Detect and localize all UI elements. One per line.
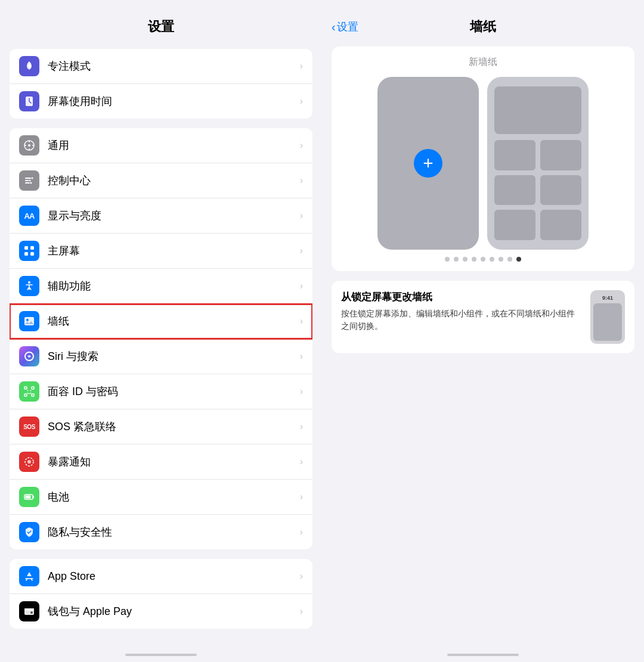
settings-panel: 设置 专注模式 › 屏幕使用时间 ›: [0, 0, 322, 662]
wallpaper-add-preview[interactable]: +: [377, 77, 479, 250]
svg-rect-15: [24, 252, 28, 256]
focus-icon: [19, 56, 39, 76]
sidebar-item-wallpaper[interactable]: 墙纸 ›: [10, 304, 312, 339]
sidebar-item-focus[interactable]: 专注模式 ›: [10, 49, 312, 84]
dot-8: [507, 257, 512, 262]
sidebar-item-general[interactable]: 通用 ›: [10, 128, 312, 163]
sidebar-item-siri[interactable]: Siri 与搜索 ›: [10, 339, 312, 374]
general-label: 通用: [48, 138, 296, 153]
phone-thumb-body: [593, 303, 622, 341]
svg-point-19: [26, 319, 29, 321]
svg-rect-23: [24, 394, 27, 396]
general-icon: [19, 135, 39, 156]
sos-chevron: ›: [300, 421, 303, 432]
phone-thumb-time: 9:41: [602, 295, 613, 301]
svg-rect-22: [32, 387, 34, 389]
exposure-label: 暴露通知: [48, 455, 296, 469]
sidebar-item-faceid[interactable]: 面容 ID 与密码 ›: [10, 374, 312, 409]
grid-cell-6: [540, 210, 581, 240]
back-chevron-icon: ‹: [332, 20, 336, 34]
phone-thumbnail: 9:41: [590, 290, 625, 344]
accessibility-label: 辅助功能: [48, 279, 296, 293]
exposure-icon: [19, 452, 39, 472]
focus-chevron: ›: [300, 61, 303, 72]
plus-icon: +: [423, 153, 434, 173]
sidebar-item-wallet[interactable]: 钱包与 Apple Pay ›: [10, 594, 312, 629]
settings-group-2: 通用 › 控制中心 › AA 显示与亮度 ›: [10, 128, 312, 549]
control-chevron: ›: [300, 175, 303, 186]
svg-point-17: [28, 281, 30, 284]
dot-1: [445, 257, 450, 262]
grid-cell-2: [540, 140, 581, 170]
sidebar-item-battery[interactable]: 电池 ›: [10, 480, 312, 515]
dot-7: [499, 257, 503, 262]
dot-3: [463, 257, 467, 262]
wallpaper-detail-panel: ‹ 设置 墙纸 新墙纸 +: [322, 0, 644, 662]
faceid-label: 面容 ID 与密码: [48, 384, 296, 399]
screen-time-chevron: ›: [300, 96, 303, 107]
battery-chevron: ›: [300, 492, 303, 502]
dot-4: [472, 257, 476, 262]
home-chevron: ›: [300, 245, 303, 256]
general-chevron: ›: [300, 140, 303, 151]
svg-point-26: [30, 390, 32, 391]
back-label: 设置: [337, 20, 358, 34]
right-header: ‹ 设置 墙纸: [322, 0, 644, 42]
back-button[interactable]: ‹ 设置: [332, 20, 358, 34]
svg-point-25: [27, 390, 29, 391]
appstore-chevron: ›: [300, 571, 303, 582]
grid-cell-3: [494, 175, 535, 206]
accessibility-chevron: ›: [300, 281, 303, 291]
siri-label: Siri 与搜索: [48, 349, 296, 363]
svg-rect-21: [24, 387, 27, 389]
faceid-chevron: ›: [300, 386, 303, 397]
privacy-chevron: ›: [300, 527, 303, 537]
wallet-icon: [19, 601, 39, 621]
control-icon: [19, 170, 39, 191]
sidebar-item-accessibility[interactable]: 辅助功能 ›: [10, 269, 312, 304]
info-card-desc: 按住锁定屏幕添加、编辑墙纸和小组件，或在不同墙纸和小组件之间切换。: [341, 307, 582, 332]
display-label: 显示与亮度: [48, 209, 296, 223]
home-icon: [19, 241, 39, 261]
wallpaper-preview-top: [494, 86, 581, 134]
exposure-chevron: ›: [300, 456, 303, 467]
sidebar-item-exposure[interactable]: 暴露通知 ›: [10, 445, 312, 480]
focus-label: 专注模式: [48, 59, 296, 73]
wallpaper-current-preview[interactable]: [487, 77, 589, 250]
svg-rect-13: [24, 246, 28, 250]
siri-icon: [19, 346, 39, 366]
add-wallpaper-button[interactable]: +: [414, 149, 442, 178]
svg-rect-30: [33, 496, 34, 498]
grid-cell-1: [494, 140, 535, 170]
battery-label: 电池: [48, 490, 296, 504]
settings-title: 设置: [0, 0, 322, 44]
svg-point-11: [29, 179, 31, 182]
wallet-label: 钱包与 Apple Pay: [48, 604, 296, 619]
control-label: 控制中心: [48, 173, 296, 188]
battery-icon: [19, 487, 39, 507]
svg-point-10: [31, 177, 33, 179]
svg-point-34: [30, 611, 33, 614]
sidebar-item-privacy[interactable]: 隐私与安全性 ›: [10, 515, 312, 549]
appstore-label: App Store: [48, 570, 296, 583]
sos-icon: SOS: [19, 417, 39, 437]
appstore-icon: [19, 566, 39, 586]
sidebar-item-appstore[interactable]: App Store ›: [10, 559, 312, 594]
sidebar-item-screen-time[interactable]: 屏幕使用时间 ›: [10, 84, 312, 119]
privacy-label: 隐私与安全性: [48, 525, 296, 539]
dot-6: [490, 257, 494, 262]
sidebar-item-display[interactable]: AA 显示与亮度 ›: [10, 198, 312, 234]
privacy-icon: [19, 522, 39, 542]
settings-group-1: 专注模式 › 屏幕使用时间 ›: [10, 49, 312, 119]
wallpaper-chevron: ›: [300, 316, 303, 327]
sidebar-item-control[interactable]: 控制中心 ›: [10, 163, 312, 198]
grid-cell-5: [494, 210, 535, 240]
siri-chevron: ›: [300, 351, 303, 362]
wallpaper-preview-grid: [494, 140, 581, 240]
svg-point-2: [28, 144, 30, 147]
sidebar-item-sos[interactable]: SOS SOS 紧急联络 ›: [10, 409, 312, 445]
svg-rect-24: [32, 394, 34, 396]
svg-rect-16: [30, 252, 34, 256]
dot-9: [516, 257, 521, 262]
sidebar-item-home[interactable]: 主屏幕 ›: [10, 234, 312, 269]
